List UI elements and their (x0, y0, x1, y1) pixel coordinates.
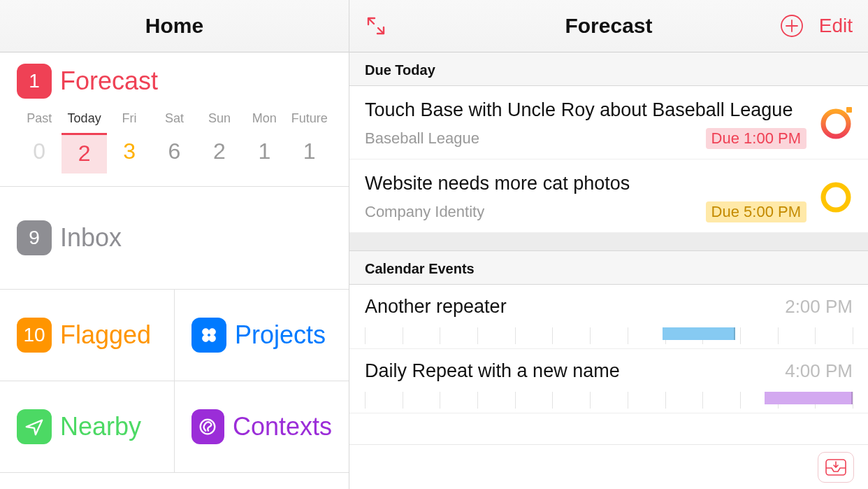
forecast-header: Forecast Edit (349, 0, 868, 52)
tile-row-2: Nearby Contexts (0, 381, 349, 473)
task-row[interactable]: Website needs more cat photosCompany Ide… (349, 160, 868, 233)
nearby-icon (17, 409, 52, 444)
forecast-pane: Forecast Edit Due Today Touch Base with … (349, 0, 868, 489)
section-calendar: Calendar Events (349, 251, 868, 285)
forecast-day[interactable]: Today2 (62, 111, 106, 173)
tile-flagged[interactable]: 10 Flagged (0, 290, 174, 381)
bottom-toolbar (349, 444, 868, 489)
forecast-day[interactable]: Past0 (17, 111, 62, 173)
task-project: Company Identity (365, 203, 484, 221)
tile-inbox[interactable]: 9 Inbox (0, 187, 349, 290)
day-label: Future (287, 111, 332, 126)
edit-button[interactable]: Edit (819, 15, 853, 37)
inbox-badge: 9 (17, 220, 52, 255)
svg-point-0 (203, 329, 209, 335)
event-row[interactable]: Another repeater2:00 PM (349, 285, 868, 349)
day-count: 6 (152, 133, 196, 171)
svg-point-1 (209, 329, 215, 335)
task-due: Due 1:00 PM (706, 128, 806, 149)
flagged-label: Flagged (60, 320, 151, 350)
tile-projects[interactable]: Projects (174, 290, 349, 381)
svg-point-3 (209, 335, 215, 341)
projects-icon (191, 318, 226, 353)
event-list: Another repeater2:00 PMDaily Repeat with… (349, 285, 868, 413)
day-label: Sun (197, 111, 242, 126)
forecast-label: Forecast (60, 66, 158, 96)
projects-label: Projects (235, 320, 326, 350)
home-pane: Home 1 Forecast Past0Today2Fri3Sat6Sun2M… (0, 0, 349, 489)
forecast-day[interactable]: Fri3 (107, 111, 152, 173)
section-spacer (349, 233, 868, 251)
home-title: Home (145, 14, 203, 38)
flagged-badge: 10 (17, 318, 52, 353)
tile-contexts[interactable]: Contexts (174, 381, 349, 473)
forecast-row: 1 Forecast (17, 64, 332, 99)
task-project: Baseball League (365, 129, 479, 148)
nearby-label: Nearby (60, 412, 141, 441)
event-time: 4:00 PM (785, 360, 853, 382)
svg-point-2 (203, 335, 209, 341)
home-header: Home (0, 0, 349, 52)
forecast-day[interactable]: Future1 (287, 111, 332, 173)
task-title: Touch Base with Uncle Roy about Baseball… (365, 99, 806, 122)
contexts-icon (191, 409, 224, 444)
event-bar (663, 327, 736, 340)
day-label: Mon (242, 111, 287, 126)
task-list: Touch Base with Uncle Roy about Baseball… (349, 86, 868, 233)
svg-point-6 (823, 111, 848, 136)
day-label: Sat (152, 111, 196, 126)
expand-icon[interactable] (365, 15, 387, 37)
day-count: 1 (242, 133, 287, 171)
status-ring-icon[interactable] (819, 107, 853, 141)
tile-row-1: 10 Flagged Projects (0, 290, 349, 381)
inbox-label: Inbox (60, 223, 122, 253)
forecast-title: Forecast (565, 14, 652, 38)
day-label: Today (62, 111, 106, 126)
svg-point-8 (823, 185, 848, 210)
day-count: 2 (62, 133, 106, 173)
add-icon[interactable] (780, 14, 804, 38)
day-count: 1 (287, 133, 332, 171)
task-due: Due 5:00 PM (706, 201, 806, 222)
task-title: Website needs more cat photos (365, 172, 806, 196)
day-count: 2 (197, 133, 242, 171)
forecast-day[interactable]: Mon1 (242, 111, 287, 173)
tile-forecast[interactable]: 1 Forecast Past0Today2Fri3Sat6Sun2Mon1Fu… (0, 52, 349, 187)
event-title: Daily Repeat with a new name (365, 360, 620, 382)
forecast-day-strip: Past0Today2Fri3Sat6Sun2Mon1Future1 (17, 111, 332, 173)
contexts-label: Contexts (233, 412, 332, 441)
svg-rect-7 (846, 107, 852, 113)
event-title: Another repeater (365, 296, 507, 318)
event-timeline (365, 323, 853, 344)
event-timeline (365, 388, 853, 409)
quick-inbox-button[interactable] (818, 452, 854, 483)
section-due-today: Due Today (349, 52, 868, 86)
status-ring-icon[interactable] (819, 180, 853, 214)
day-count: 3 (107, 133, 152, 171)
day-label: Past (17, 111, 62, 126)
event-row[interactable]: Daily Repeat with a new name4:00 PM (349, 349, 868, 413)
day-label: Fri (107, 111, 152, 126)
event-bar (765, 392, 853, 404)
event-time: 2:00 PM (785, 296, 853, 318)
forecast-day[interactable]: Sun2 (197, 111, 242, 173)
day-count: 0 (17, 133, 62, 171)
forecast-day[interactable]: Sat6 (152, 111, 196, 173)
tile-nearby[interactable]: Nearby (0, 381, 174, 473)
forecast-badge: 1 (17, 64, 52, 99)
task-row[interactable]: Touch Base with Uncle Roy about Baseball… (349, 86, 868, 160)
